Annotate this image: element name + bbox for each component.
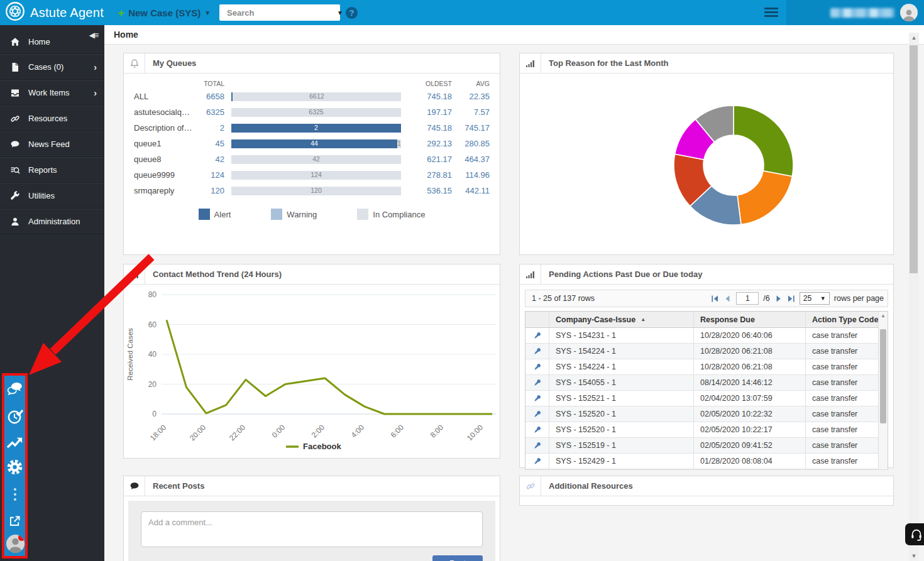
queue-row[interactable]: ALL66586612745.1822.35 <box>134 89 490 104</box>
sidebar-item-utilities[interactable]: Utilities <box>0 183 104 209</box>
panel-title: Pending Actions Past Due or Due today <box>541 264 702 284</box>
scroll-down-icon[interactable]: ▼ <box>909 553 919 559</box>
page-number-input[interactable] <box>736 292 759 305</box>
sidebar-item-news-feed[interactable]: News Feed <box>0 131 104 157</box>
top-bar: Astute Agent + New Case (SYS) ▼ ▼ ? <box>0 0 924 25</box>
sidebar-item-resources[interactable]: Resources <box>0 106 104 131</box>
search-input[interactable] <box>227 8 337 18</box>
next-page-icon[interactable] <box>774 295 783 303</box>
comment-input[interactable] <box>141 511 483 547</box>
sidebar-item-work-items[interactable]: Work Items› <box>0 80 104 106</box>
recent-posts-body: Post <box>128 501 495 561</box>
sidebar-item-label: Cases (0) <box>28 62 63 72</box>
queue-total: 45 <box>197 139 224 148</box>
user-avatar[interactable] <box>6 535 25 553</box>
column-header[interactable]: Action Type Code <box>806 312 888 327</box>
menu-hamburger-icon[interactable] <box>764 8 778 19</box>
last-page-icon[interactable] <box>787 295 795 303</box>
col-oldest: OLDEST <box>408 80 452 87</box>
sidebar-item-home[interactable]: Home <box>0 25 104 54</box>
gear-icon[interactable] <box>4 458 25 476</box>
support-headset-button[interactable] <box>905 523 924 545</box>
donut-slice-2[interactable] <box>737 171 792 224</box>
queue-oldest: 745.18 <box>408 123 452 133</box>
queue-bar: 120 <box>231 187 401 195</box>
donut-slice-1[interactable] <box>734 106 793 177</box>
queue-bar-segment-compliance: 1 <box>397 139 401 148</box>
user-avatar[interactable] <box>900 4 918 21</box>
cell-response-due: 10/28/2020 06:21:08 <box>694 359 806 374</box>
table-row[interactable]: SYS - 152521 - 102/04/2020 13:07:59case … <box>525 391 888 406</box>
queue-row[interactable]: queue145441292.13280.85 <box>134 136 490 151</box>
pin-icon[interactable] <box>525 438 549 453</box>
svg-text:80: 80 <box>148 290 157 299</box>
queue-bar-segment-alert: 44 <box>231 139 397 148</box>
table-row[interactable]: SYS - 152520 - 102/05/2020 10:22:32case … <box>525 406 888 422</box>
pin-icon[interactable] <box>525 344 549 359</box>
table-row[interactable]: SYS - 152520 - 102/05/2020 10:22:17case … <box>525 422 888 438</box>
queue-total: 6658 <box>197 92 224 101</box>
rows-per-page-select[interactable]: 25 ▼ <box>800 292 830 305</box>
sidebar-item-administration[interactable]: Administration <box>0 209 104 234</box>
queue-row[interactable]: srmqareply120120536.15442.11 <box>134 183 490 199</box>
queue-bar-segment-compliance: 124 <box>231 171 401 180</box>
chevron-right-icon: › <box>94 62 97 72</box>
pin-icon[interactable] <box>525 422 549 437</box>
cell-action-type: case transfer <box>806 422 888 437</box>
table-row[interactable]: SYS - 154224 - 110/28/2020 06:21:08case … <box>525 344 888 359</box>
pin-icon[interactable] <box>525 406 549 422</box>
page-count-text: /6 <box>763 294 769 303</box>
pin-icon[interactable] <box>525 454 549 469</box>
post-button[interactable]: Post <box>432 555 483 561</box>
table-row[interactable]: SYS - 152519 - 102/05/2020 09:41:52case … <box>525 438 888 454</box>
table-row[interactable]: SYS - 154231 - 110/28/2020 06:40:06case … <box>525 328 888 344</box>
pin-icon[interactable] <box>525 359 549 374</box>
chevron-right-icon: › <box>94 88 97 98</box>
sidebar-item-label: Home <box>28 37 50 46</box>
queue-row[interactable]: queue9999124124278.81114.96 <box>134 167 490 183</box>
vertical-scrollbar[interactable]: ▲ ▼ <box>909 33 919 561</box>
scroll-up-icon[interactable]: ▲ <box>909 35 919 41</box>
column-header[interactable]: Company-Case-Issue▲ <box>549 312 694 327</box>
queue-row[interactable]: Description of H...22745.18745.17 <box>134 120 490 136</box>
pending-actions-panel: Pending Actions Past Due or Due today 1 … <box>519 264 894 468</box>
search-combobox[interactable]: ▼ <box>219 4 340 21</box>
queue-row[interactable]: queue84242621.17464.37 <box>134 151 490 167</box>
table-scrollbar[interactable]: ▲ <box>878 312 888 469</box>
task-clock-icon[interactable] <box>4 408 25 425</box>
panel-title: Additional Resources <box>541 476 633 496</box>
administration-icon <box>10 217 20 227</box>
scrollbar-thumb[interactable] <box>880 329 886 423</box>
scrollbar-thumb[interactable] <box>910 45 918 273</box>
search-dropdown-caret-icon[interactable]: ▼ <box>337 9 343 16</box>
svg-text:10:00: 10:00 <box>465 423 485 442</box>
cell-action-type: case transfer <box>806 391 888 406</box>
cell-action-type: case transfer <box>806 344 888 359</box>
chat-bubbles-icon[interactable] <box>4 381 25 397</box>
cell-response-due: 02/05/2020 10:22:32 <box>694 406 806 422</box>
help-button[interactable]: ? <box>346 7 358 19</box>
prev-page-icon[interactable] <box>723 295 732 303</box>
new-case-button[interactable]: + New Case (SYS) ▼ <box>118 7 211 19</box>
sidebar-item-cases-0[interactable]: Cases (0)› <box>0 54 104 80</box>
first-page-icon[interactable] <box>711 295 719 303</box>
legend-item: Alert <box>199 209 231 220</box>
pin-icon[interactable] <box>525 375 549 390</box>
queue-name: queue9999 <box>134 170 197 180</box>
cell-company-case-issue: SYS - 154224 - 1 <box>549 359 694 374</box>
pin-icon[interactable] <box>525 328 549 343</box>
queue-bar: 6325 <box>231 108 401 117</box>
external-link-icon[interactable] <box>4 515 25 528</box>
table-row[interactable]: SYS - 152429 - 101/28/2020 08:08:04case … <box>525 454 888 469</box>
cell-company-case-issue: SYS - 152519 - 1 <box>549 438 694 453</box>
column-header[interactable]: Response Due <box>694 312 806 327</box>
pin-icon[interactable] <box>525 391 549 406</box>
sidebar-item-reports[interactable]: Reports <box>0 157 104 183</box>
queue-row[interactable]: astutesocialque...63256325197.177.57 <box>134 104 490 120</box>
sidebar-item-label: Administration <box>28 217 80 226</box>
overflow-menu-icon[interactable] <box>4 487 25 501</box>
queue-legend: AlertWarningIn Compliance <box>134 209 490 220</box>
trending-up-icon[interactable] <box>4 435 25 450</box>
table-row[interactable]: SYS - 154224 - 110/28/2020 06:21:08case … <box>525 359 888 375</box>
table-row[interactable]: SYS - 154055 - 108/14/2020 14:46:12case … <box>525 375 888 391</box>
